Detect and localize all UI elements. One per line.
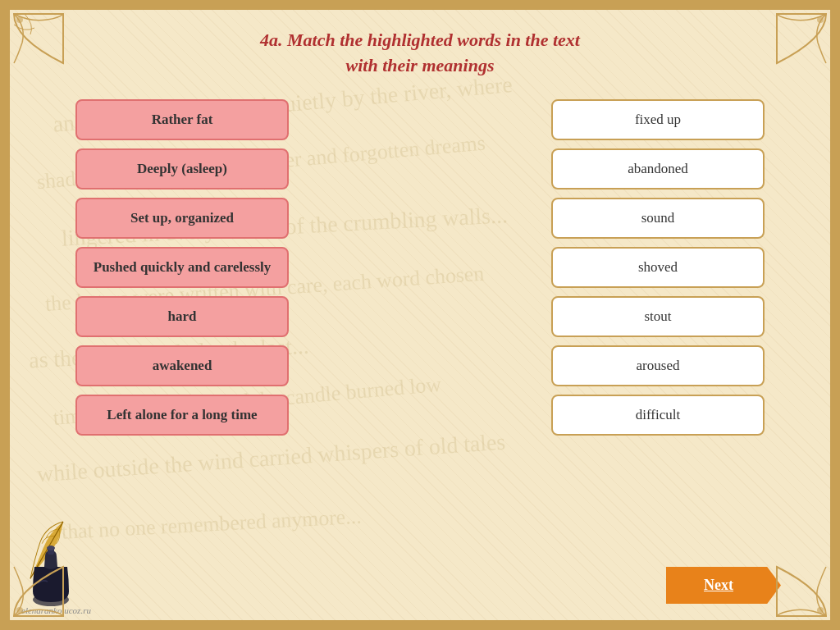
page-wrapper: and the old house stood quietly by the r… <box>0 0 840 630</box>
svg-point-8 <box>16 16 23 23</box>
right-column: fixed up abandoned sound shoved stout ar… <box>551 95 781 599</box>
left-item-4[interactable]: Pushed quickly and carelessly <box>75 247 289 288</box>
left-item-5[interactable]: hard <box>75 296 289 337</box>
header: 4a. Match the highlighted words in the t… <box>10 10 830 87</box>
main-content: Rather fat Deeply (asleep) Set up, organ… <box>10 87 830 607</box>
corner-ornament-tr <box>773 10 830 67</box>
left-item-1[interactable]: Rather fat <box>75 99 289 140</box>
right-item-2[interactable]: abandoned <box>551 148 765 189</box>
svg-point-14 <box>47 546 55 550</box>
left-item-3[interactable]: Set up, organized <box>75 198 289 239</box>
left-item-7[interactable]: Left alone for a long time <box>75 395 289 436</box>
corner-ornament-tl <box>10 10 67 67</box>
left-item-2[interactable]: Deeply (asleep) <box>75 148 289 189</box>
left-item-6[interactable]: awakened <box>75 345 289 386</box>
right-item-6[interactable]: aroused <box>551 345 765 386</box>
svg-point-9 <box>817 16 824 23</box>
corner-ornament-br <box>773 563 830 620</box>
corner-ornament-bl <box>10 563 67 620</box>
right-item-4[interactable]: shoved <box>551 247 765 288</box>
right-item-5[interactable]: stout <box>551 296 765 337</box>
right-item-3[interactable]: sound <box>551 198 765 239</box>
svg-point-10 <box>16 607 23 614</box>
svg-point-11 <box>817 607 824 614</box>
right-item-7[interactable]: difficult <box>551 395 765 436</box>
right-item-1[interactable]: fixed up <box>551 99 765 140</box>
page-title: 4a. Match the highlighted words in the t… <box>18 28 822 79</box>
